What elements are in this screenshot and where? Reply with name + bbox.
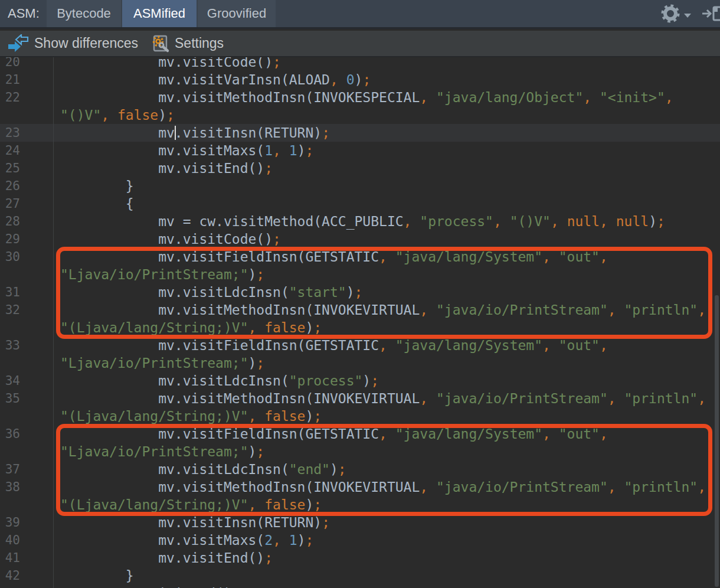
- gutter-separator: [53, 57, 54, 588]
- code-line: mv.visitFieldInsn(GETSTATIC, "java/lang/…: [60, 248, 608, 266]
- text-caret: [175, 126, 176, 140]
- line-number: 43: [0, 584, 20, 588]
- code-line: cw.visitEnd();: [60, 584, 240, 588]
- settings-gear-wrench-icon: [151, 34, 170, 53]
- line-number: 29: [0, 230, 20, 248]
- code-line: mv.visitMethodInsn(INVOKEVIRTUAL, "java/…: [60, 390, 706, 407]
- tab-bytecode[interactable]: Bytecode: [47, 0, 121, 27]
- code-line: "(Ljava/lang/String;)V", false);: [60, 407, 322, 425]
- tool-window-header: ASM: Bytecode ASMified Groovified: [0, 0, 720, 29]
- asm-tool-window: ASM: Bytecode ASMified Groovified: [0, 0, 720, 588]
- line-number: 37: [0, 460, 20, 478]
- line-number: 24: [0, 142, 20, 159]
- code-line: mv.visitCode();: [60, 57, 281, 71]
- code-line: mv.visitMaxs(2, 1);: [60, 531, 313, 549]
- line-number: 20: [0, 57, 20, 71]
- code-line: mv = cw.visitMethod(ACC_PUBLIC, "process…: [60, 213, 665, 230]
- show-differences-label: Show differences: [34, 35, 138, 51]
- code-line: mv.visitLdcInsn("process");: [60, 372, 379, 390]
- line-number: 32: [0, 301, 20, 319]
- tab-groovified-label: Groovified: [207, 6, 266, 21]
- line-number: 23: [0, 124, 20, 142]
- code-line: "Ljava/io/PrintStream;");: [60, 354, 264, 372]
- code-line: {: [60, 195, 134, 213]
- code-line: mv.visitFieldInsn(GETSTATIC, "java/lang/…: [60, 425, 608, 443]
- line-number: 26: [0, 177, 20, 195]
- code-line: mv.visitLdcInsn("end");: [60, 460, 346, 478]
- line-number: 22: [0, 89, 20, 106]
- vertical-scrollbar-thumb[interactable]: [715, 295, 719, 587]
- code-line: mv.visitLdcInsn("start");: [60, 283, 362, 301]
- code-line: mv.visitEnd();: [60, 549, 273, 567]
- tab-asmified-label: ASMified: [133, 6, 185, 21]
- tab-asmified[interactable]: ASMified: [122, 0, 197, 27]
- toolbar: Show differences Settings: [0, 31, 720, 57]
- line-number: 35: [0, 390, 20, 407]
- line-number: 40: [0, 531, 20, 549]
- code-line: "(Ljava/lang/String;)V", false);: [60, 496, 322, 514]
- code-line: }: [60, 567, 134, 584]
- line-number: 34: [0, 372, 20, 390]
- line-number: 31: [0, 283, 20, 301]
- line-number: 39: [0, 514, 20, 531]
- code-line: "(Ljava/lang/String;)V", false);: [60, 319, 322, 337]
- code-line: "Ljava/io/PrintStream;");: [60, 266, 264, 283]
- asm-label: ASM:: [0, 0, 47, 27]
- code-line: mv.visitVarInsn(ALOAD, 0);: [60, 71, 371, 89]
- gear-icon[interactable]: [660, 3, 681, 24]
- hide-panel-icon[interactable]: [702, 4, 720, 24]
- line-number: 27: [0, 195, 20, 213]
- code-line: mv.visitInsn(RETURN);: [60, 124, 330, 142]
- line-number: 25: [0, 159, 20, 177]
- tab-bytecode-label: Bytecode: [57, 6, 111, 21]
- code-line: mv.visitFieldInsn(GETSTATIC, "java/lang/…: [60, 337, 608, 354]
- code-line: mv.visitInsn(RETURN);: [60, 514, 330, 531]
- show-differences-button[interactable]: Show differences: [7, 34, 138, 53]
- code-line: "()V", false);: [60, 106, 175, 124]
- line-number: 41: [0, 549, 20, 567]
- code-line: }: [60, 177, 134, 195]
- line-number: 36: [0, 425, 20, 443]
- code-editor[interactable]: 20 mv.visitCode();21 mv.visitVarInsn(ALO…: [0, 57, 720, 588]
- line-number: 33: [0, 337, 20, 354]
- line-number: 21: [0, 71, 20, 89]
- line-number: 42: [0, 567, 20, 584]
- code-line: mv.visitCode();: [60, 230, 281, 248]
- code-line: "Ljava/io/PrintStream;");: [60, 443, 264, 460]
- chevron-down-icon[interactable]: [683, 12, 692, 18]
- line-number: 38: [0, 478, 20, 496]
- code-line: mv.visitMethodInsn(INVOKEVIRTUAL, "java/…: [60, 478, 706, 496]
- tab-groovified[interactable]: Groovified: [198, 0, 276, 27]
- diff-arrows-icon: [7, 34, 30, 53]
- settings-button[interactable]: Settings: [151, 34, 224, 53]
- line-number: 30: [0, 248, 20, 266]
- code-line: mv.visitMaxs(1, 1);: [60, 142, 313, 159]
- line-number: 28: [0, 213, 20, 230]
- code-line: mv.visitEnd();: [60, 159, 273, 177]
- code-line: mv.visitMethodInsn(INVOKESPECIAL, "java/…: [60, 89, 673, 106]
- settings-label: Settings: [175, 35, 224, 51]
- code-line: mv.visitMethodInsn(INVOKEVIRTUAL, "java/…: [60, 301, 706, 319]
